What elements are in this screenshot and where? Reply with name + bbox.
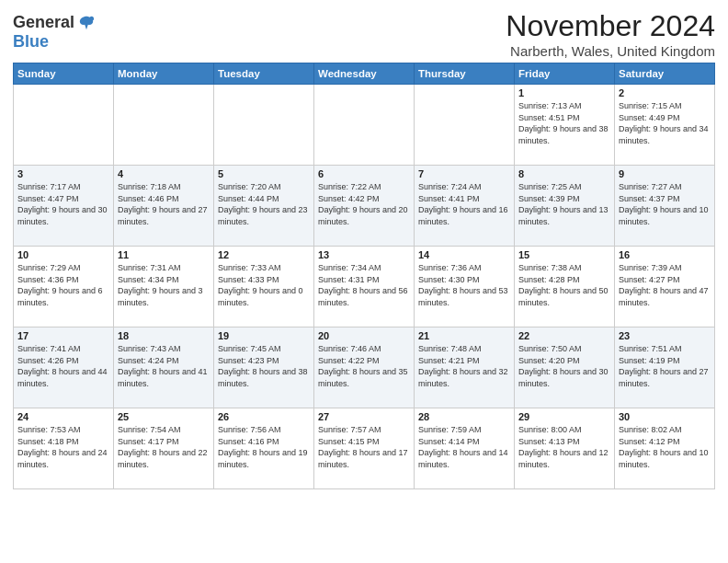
calendar-cell [415,85,515,166]
day-number: 16 [619,249,711,260]
day-info: Sunrise: 7:31 AM Sunset: 4:34 PM Dayligh… [118,262,210,308]
day-number: 20 [318,330,410,341]
calendar-cell: 7Sunrise: 7:24 AM Sunset: 4:41 PM Daylig… [415,166,515,247]
calendar-row-4: 24Sunrise: 7:53 AM Sunset: 4:18 PM Dayli… [14,408,715,489]
calendar-header-thursday: Thursday [415,63,515,85]
calendar-cell [314,85,415,166]
day-info: Sunrise: 7:41 AM Sunset: 4:26 PM Dayligh… [17,343,109,389]
calendar-cell [214,85,314,166]
calendar-cell: 15Sunrise: 7:38 AM Sunset: 4:28 PM Dayli… [515,247,615,327]
calendar-cell: 10Sunrise: 7:29 AM Sunset: 4:36 PM Dayli… [14,247,114,327]
day-info: Sunrise: 7:17 AM Sunset: 4:47 PM Dayligh… [17,181,109,227]
day-info: Sunrise: 7:57 AM Sunset: 4:15 PM Dayligh… [318,424,410,470]
calendar-cell: 24Sunrise: 7:53 AM Sunset: 4:18 PM Dayli… [14,408,114,489]
month-title: November 2024 [506,9,715,43]
calendar-cell: 18Sunrise: 7:43 AM Sunset: 4:24 PM Dayli… [114,327,214,408]
day-number: 5 [218,168,310,179]
calendar-cell: 23Sunrise: 7:51 AM Sunset: 4:19 PM Dayli… [615,327,715,408]
logo-blue-text: Blue [13,32,49,52]
calendar-cell: 16Sunrise: 7:39 AM Sunset: 4:27 PM Dayli… [615,247,715,327]
day-number: 21 [418,330,510,341]
header-row: General Blue November 2024 Narberth, Wal… [13,9,715,59]
logo-bird-icon [78,15,95,31]
calendar-cell: 25Sunrise: 7:54 AM Sunset: 4:17 PM Dayli… [114,408,214,489]
day-number: 12 [218,249,310,260]
day-number: 26 [218,411,310,422]
calendar-header-wednesday: Wednesday [314,63,415,85]
calendar-cell: 27Sunrise: 7:57 AM Sunset: 4:15 PM Dayli… [314,408,415,489]
day-info: Sunrise: 7:53 AM Sunset: 4:18 PM Dayligh… [17,424,109,470]
logo-text: General [13,13,95,32]
calendar-cell: 22Sunrise: 7:50 AM Sunset: 4:20 PM Dayli… [515,327,615,408]
calendar-header-sunday: Sunday [14,63,114,85]
calendar-cell: 13Sunrise: 7:34 AM Sunset: 4:31 PM Dayli… [314,247,415,327]
day-number: 6 [318,168,410,179]
calendar-cell [114,85,214,166]
day-info: Sunrise: 7:13 AM Sunset: 4:51 PM Dayligh… [518,100,610,146]
day-info: Sunrise: 7:20 AM Sunset: 4:44 PM Dayligh… [218,181,310,227]
day-number: 19 [218,330,310,341]
calendar-cell: 4Sunrise: 7:18 AM Sunset: 4:46 PM Daylig… [114,166,214,247]
day-info: Sunrise: 7:51 AM Sunset: 4:19 PM Dayligh… [619,343,711,389]
calendar-cell: 8Sunrise: 7:25 AM Sunset: 4:39 PM Daylig… [515,166,615,247]
day-info: Sunrise: 8:02 AM Sunset: 4:12 PM Dayligh… [619,424,711,470]
day-info: Sunrise: 7:33 AM Sunset: 4:33 PM Dayligh… [218,262,310,308]
day-number: 8 [518,168,610,179]
page: General Blue November 2024 Narberth, Wal… [0,0,728,563]
day-number: 9 [619,168,711,179]
calendar-row-0: 1Sunrise: 7:13 AM Sunset: 4:51 PM Daylig… [14,85,715,166]
day-info: Sunrise: 7:50 AM Sunset: 4:20 PM Dayligh… [518,343,610,389]
day-number: 25 [118,411,210,422]
calendar-row-2: 10Sunrise: 7:29 AM Sunset: 4:36 PM Dayli… [14,247,715,327]
day-number: 29 [518,411,610,422]
day-number: 18 [118,330,210,341]
location-title: Narberth, Wales, United Kingdom [506,43,715,59]
day-info: Sunrise: 7:27 AM Sunset: 4:37 PM Dayligh… [619,181,711,227]
calendar-cell: 14Sunrise: 7:36 AM Sunset: 4:30 PM Dayli… [415,247,515,327]
day-info: Sunrise: 7:29 AM Sunset: 4:36 PM Dayligh… [17,262,109,308]
calendar-cell: 29Sunrise: 8:00 AM Sunset: 4:13 PM Dayli… [515,408,615,489]
calendar-cell: 26Sunrise: 7:56 AM Sunset: 4:16 PM Dayli… [214,408,314,489]
calendar-row-3: 17Sunrise: 7:41 AM Sunset: 4:26 PM Dayli… [14,327,715,408]
day-info: Sunrise: 7:54 AM Sunset: 4:17 PM Dayligh… [118,424,210,470]
day-number: 13 [318,249,410,260]
calendar-cell: 3Sunrise: 7:17 AM Sunset: 4:47 PM Daylig… [14,166,114,247]
day-number: 27 [318,411,410,422]
day-number: 14 [418,249,510,260]
calendar-cell: 6Sunrise: 7:22 AM Sunset: 4:42 PM Daylig… [314,166,415,247]
day-info: Sunrise: 7:56 AM Sunset: 4:16 PM Dayligh… [218,424,310,470]
calendar-row-1: 3Sunrise: 7:17 AM Sunset: 4:47 PM Daylig… [14,166,715,247]
calendar-cell: 1Sunrise: 7:13 AM Sunset: 4:51 PM Daylig… [515,85,615,166]
day-info: Sunrise: 7:38 AM Sunset: 4:28 PM Dayligh… [518,262,610,308]
calendar-cell [14,85,114,166]
calendar-header-tuesday: Tuesday [214,63,314,85]
calendar-cell: 12Sunrise: 7:33 AM Sunset: 4:33 PM Dayli… [214,247,314,327]
calendar-cell: 2Sunrise: 7:15 AM Sunset: 4:49 PM Daylig… [615,85,715,166]
day-info: Sunrise: 7:43 AM Sunset: 4:24 PM Dayligh… [118,343,210,389]
day-info: Sunrise: 7:25 AM Sunset: 4:39 PM Dayligh… [518,181,610,227]
calendar-cell: 20Sunrise: 7:46 AM Sunset: 4:22 PM Dayli… [314,327,415,408]
day-info: Sunrise: 7:36 AM Sunset: 4:30 PM Dayligh… [418,262,510,308]
calendar-header-row: SundayMondayTuesdayWednesdayThursdayFrid… [14,63,715,85]
day-info: Sunrise: 7:46 AM Sunset: 4:22 PM Dayligh… [318,343,410,389]
day-number: 7 [418,168,510,179]
calendar-cell: 28Sunrise: 7:59 AM Sunset: 4:14 PM Dayli… [415,408,515,489]
day-info: Sunrise: 7:24 AM Sunset: 4:41 PM Dayligh… [418,181,510,227]
day-number: 22 [518,330,610,341]
day-number: 23 [619,330,711,341]
day-number: 1 [518,87,610,98]
day-number: 30 [619,411,711,422]
calendar-cell: 9Sunrise: 7:27 AM Sunset: 4:37 PM Daylig… [615,166,715,247]
day-number: 4 [118,168,210,179]
day-info: Sunrise: 7:59 AM Sunset: 4:14 PM Dayligh… [418,424,510,470]
day-number: 28 [418,411,510,422]
day-info: Sunrise: 7:18 AM Sunset: 4:46 PM Dayligh… [118,181,210,227]
day-number: 2 [619,87,711,98]
day-info: Sunrise: 7:22 AM Sunset: 4:42 PM Dayligh… [318,181,410,227]
calendar-cell: 11Sunrise: 7:31 AM Sunset: 4:34 PM Dayli… [114,247,214,327]
day-info: Sunrise: 7:39 AM Sunset: 4:27 PM Dayligh… [619,262,711,308]
calendar-header-saturday: Saturday [615,63,715,85]
day-info: Sunrise: 8:00 AM Sunset: 4:13 PM Dayligh… [518,424,610,470]
day-info: Sunrise: 7:45 AM Sunset: 4:23 PM Dayligh… [218,343,310,389]
calendar-cell: 21Sunrise: 7:48 AM Sunset: 4:21 PM Dayli… [415,327,515,408]
